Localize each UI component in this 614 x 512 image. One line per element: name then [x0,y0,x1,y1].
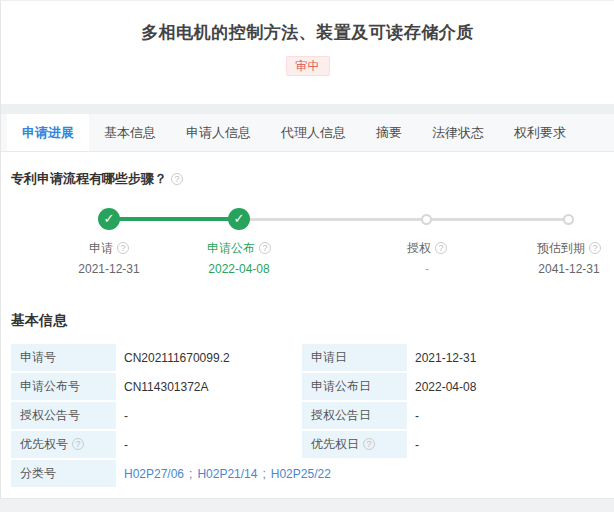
connector-pending-2 [427,218,569,221]
tab-applicant-info[interactable]: 申请人信息 [178,114,259,151]
table-row: 优先权号? - 优先权日? - [11,431,605,458]
row-label: 授权公告号 [11,402,116,429]
step-name: 预估到期? [499,240,614,257]
step-publication: 申请公布? 2022-04-08 [169,240,309,276]
row-label: 优先权号? [11,431,116,458]
row-label: 分类号 [11,460,116,487]
classification-cell: H02P27/06;H02P21/14;H02P25/22 [116,460,605,487]
separator: ; [262,467,265,481]
row-value: - [407,431,605,458]
row-value: 2022-04-08 [407,373,605,400]
status-badge: 审中 [286,56,330,76]
step-estimated-expiry: 预估到期? 2041-12-31 [499,240,614,276]
table-row: 申请号 CN202111670099.2 申请日 2021-12-31 [11,344,605,371]
row-value: CN202111670099.2 [116,344,302,371]
step-circle-icon [421,214,432,225]
step-grant: 授权? - [357,240,497,276]
row-value: - [116,431,302,458]
classification-link[interactable]: H02P21/14 [197,467,257,481]
step-application: 申请? 2021-12-31 [39,240,179,276]
step-name: 申请? [39,240,179,257]
patent-detail-page: 多相电机的控制方法、装置及可读存储介质 审中 申请进展 基本信息 申请人信息 代… [0,0,614,512]
row-value: - [407,402,605,429]
row-value: CN114301372A [116,373,302,400]
step-date: - [357,262,497,276]
basic-info-heading: 基本信息 [11,312,614,330]
separator: ; [189,467,192,481]
page-title: 多相电机的控制方法、装置及可读存储介质 [1,21,614,44]
row-value: 2021-12-31 [407,344,605,371]
process-heading-text: 专利申请流程有哪些步骤？ [11,171,167,186]
help-icon[interactable]: ? [72,438,84,450]
step-circle-icon [563,214,574,225]
table-row: 申请公布号 CN114301372A 申请公布日 2022-04-08 [11,373,605,400]
classification-link[interactable]: H02P25/22 [271,467,331,481]
help-icon[interactable]: ? [259,242,271,254]
row-label: 优先权日? [302,431,407,458]
classification-link[interactable]: H02P27/06 [124,467,184,481]
step-name: 申请公布? [169,240,309,257]
tab-basic-info[interactable]: 基本信息 [96,114,164,151]
row-value: - [116,402,302,429]
tab-bar: 申请进展 基本信息 申请人信息 代理人信息 摘要 法律状态 权利要求 [0,114,614,152]
basic-info-table: 申请号 CN202111670099.2 申请日 2021-12-31 申请公布… [11,342,605,489]
tab-application-progress[interactable]: 申请进展 [7,114,89,151]
tab-claims[interactable]: 权利要求 [506,114,574,151]
tab-content: 专利申请流程有哪些步骤？? ✓ ✓ 申请? 2021-12-31 申请公布? 2… [0,152,614,490]
row-label: 申请公布号 [11,373,116,400]
card-bottom-padding [0,490,614,498]
tab-abstract[interactable]: 摘要 [368,114,410,151]
step-date: 2022-04-08 [169,262,309,276]
help-icon[interactable]: ? [171,173,183,185]
step-check-icon: ✓ [228,208,250,230]
row-label: 申请公布日 [302,373,407,400]
step-check-icon: ✓ [98,208,120,230]
process-heading: 专利申请流程有哪些步骤？? [11,170,614,188]
row-label: 授权公告日 [302,402,407,429]
help-icon[interactable]: ? [589,242,601,254]
patent-header: 多相电机的控制方法、装置及可读存储介质 审中 [0,0,614,104]
step-date: 2021-12-31 [39,262,179,276]
section-divider [0,104,614,114]
help-icon[interactable]: ? [117,242,129,254]
page-background [0,498,614,512]
step-date: 2041-12-31 [499,262,614,276]
table-row: 分类号 H02P27/06;H02P21/14;H02P25/22 [11,460,605,487]
row-label: 申请号 [11,344,116,371]
connector-pending-1 [239,218,427,221]
row-label: 申请日 [302,344,407,371]
help-icon[interactable]: ? [435,242,447,254]
tab-legal-status[interactable]: 法律状态 [424,114,492,151]
step-name: 授权? [357,240,497,257]
connector-done [109,217,239,221]
progress-stepper: ✓ ✓ 申请? 2021-12-31 申请公布? 2022-04-08 授权? … [1,198,614,290]
help-icon[interactable]: ? [363,438,375,450]
tab-agent-info[interactable]: 代理人信息 [273,114,354,151]
table-row: 授权公告号 - 授权公告日 - [11,402,605,429]
